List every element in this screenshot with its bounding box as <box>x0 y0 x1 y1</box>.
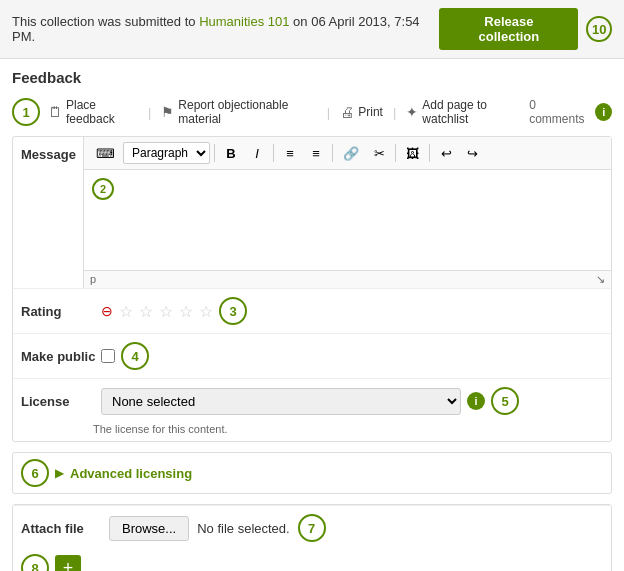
sep2: | <box>327 105 330 120</box>
undo-button[interactable]: ↩ <box>434 141 458 165</box>
sep3: | <box>393 105 396 120</box>
top-bar-right: Release collection 10 <box>439 8 612 50</box>
feedback-heading: Feedback <box>12 69 612 86</box>
action-links: 1 🗒 Place feedback | ⚑ Report objectiona… <box>12 94 529 130</box>
license-info-icon[interactable]: i <box>467 392 485 410</box>
toolbar-sep3 <box>332 144 333 162</box>
paragraph-select[interactable]: Paragraph <box>123 142 210 164</box>
step-circle-2: 2 <box>92 178 114 200</box>
chevron-right-icon: ▶ <box>55 466 64 480</box>
add-file-button[interactable]: + <box>55 555 81 571</box>
make-public-value: 4 <box>101 342 603 370</box>
toolbar-sep4 <box>395 144 396 162</box>
watchlist-label: Add page to watchlist <box>422 98 523 126</box>
browse-button[interactable]: Browse... <box>109 516 189 541</box>
sep1: | <box>148 105 151 120</box>
license-hint: The license for this content. <box>13 423 611 441</box>
report-link[interactable]: ⚑ Report objectionable material <box>155 94 323 130</box>
comments-count: 0 comments <box>529 98 589 126</box>
place-feedback-link[interactable]: 🗒 Place feedback <box>42 94 144 130</box>
resize-handle: ↘ <box>596 273 605 286</box>
course-link[interactable]: Humanities 101 <box>199 14 289 29</box>
print-icon: 🖨 <box>340 104 354 120</box>
attach-label: Attach file <box>21 521 101 536</box>
release-collection-button[interactable]: Release collection <box>439 8 578 50</box>
ul-button[interactable]: ≡ <box>278 141 302 165</box>
ol-button[interactable]: ≡ <box>304 141 328 165</box>
no-file-text: No file selected. <box>197 521 290 536</box>
star-2[interactable]: ☆ <box>139 302 153 321</box>
make-public-checkbox[interactable] <box>101 349 115 363</box>
add-btn-row: 8 + <box>13 550 611 571</box>
print-label: Print <box>358 105 383 119</box>
license-row: License None selected CC BY CC BY-SA CC … <box>13 378 611 423</box>
editor-content[interactable]: 2 <box>84 170 611 270</box>
step-circle-6: 6 <box>21 459 49 487</box>
editor-area: ⌨ Paragraph B I ≡ ≡ 🔗 ✂ 🖼 ↩ <box>83 137 611 288</box>
watchlist-link[interactable]: ✦ Add page to watchlist <box>400 94 529 130</box>
toolbar-sep2 <box>273 144 274 162</box>
step-circle-1: 1 <box>12 98 40 126</box>
make-public-row: Make public 4 <box>13 333 611 378</box>
submitted-text: This collection was submitted to <box>12 14 196 29</box>
redo-button[interactable]: ↪ <box>460 141 484 165</box>
print-link[interactable]: 🖨 Print <box>334 100 389 124</box>
main-content: Feedback 1 🗒 Place feedback | ⚑ Report o… <box>0 59 624 571</box>
attach-section: Attach file Browse... No file selected. … <box>12 504 612 571</box>
rating-label: Rating <box>21 304 101 319</box>
comments-area: 0 comments i <box>529 98 612 126</box>
unlink-button[interactable]: ✂ <box>367 141 391 165</box>
star-3[interactable]: ☆ <box>159 302 173 321</box>
editor-toolbar: ⌨ Paragraph B I ≡ ≡ 🔗 ✂ 🖼 ↩ <box>84 137 611 170</box>
message-label: Message <box>13 137 83 288</box>
star-4[interactable]: ☆ <box>179 302 193 321</box>
advanced-title: Advanced licensing <box>70 466 192 481</box>
toolbar-sep1 <box>214 144 215 162</box>
make-public-label: Make public <box>21 349 101 364</box>
step-badge-10: 10 <box>586 16 612 42</box>
license-select[interactable]: None selected CC BY CC BY-SA CC BY-ND CC… <box>101 388 461 415</box>
advanced-header[interactable]: 6 ▶ Advanced licensing <box>13 453 611 493</box>
place-feedback-action: 1 <box>12 98 40 126</box>
report-icon: ⚑ <box>161 104 174 120</box>
feedback-form: Message ⌨ Paragraph B I ≡ ≡ 🔗 ✂ <box>12 136 612 442</box>
toolbar-keyboard-icon[interactable]: ⌨ <box>90 141 121 165</box>
license-label: License <box>21 394 101 409</box>
link-button[interactable]: 🔗 <box>337 141 365 165</box>
top-bar: This collection was submitted to Humanit… <box>0 0 624 59</box>
message-row: Message ⌨ Paragraph B I ≡ ≡ 🔗 ✂ <box>13 137 611 288</box>
bold-button[interactable]: B <box>219 141 243 165</box>
rating-value: ⊖ ☆ ☆ ☆ ☆ ☆ 3 <box>101 297 603 325</box>
editor-tag: p <box>90 273 96 286</box>
step-circle-5: 5 <box>491 387 519 415</box>
advanced-section: 6 ▶ Advanced licensing <box>12 452 612 494</box>
rating-cancel-icon[interactable]: ⊖ <box>101 303 113 319</box>
info-icon[interactable]: i <box>595 103 612 121</box>
attach-row: Attach file Browse... No file selected. … <box>13 505 611 550</box>
action-bar: 1 🗒 Place feedback | ⚑ Report objectiona… <box>12 94 612 130</box>
add-row: 8 + <box>21 554 603 571</box>
license-value: None selected CC BY CC BY-SA CC BY-ND CC… <box>101 387 603 415</box>
star-5[interactable]: ☆ <box>199 302 213 321</box>
italic-button[interactable]: I <box>245 141 269 165</box>
toolbar-sep5 <box>429 144 430 162</box>
submission-info: This collection was submitted to Humanit… <box>12 14 439 44</box>
step-circle-4: 4 <box>121 342 149 370</box>
place-feedback-icon: 🗒 <box>48 104 62 120</box>
watchlist-icon: ✦ <box>406 104 418 120</box>
image-button[interactable]: 🖼 <box>400 141 425 165</box>
rating-row: Rating ⊖ ☆ ☆ ☆ ☆ ☆ 3 <box>13 288 611 333</box>
report-label: Report objectionable material <box>178 98 317 126</box>
step-circle-8: 8 <box>21 554 49 571</box>
place-feedback-label: Place feedback <box>66 98 138 126</box>
step-circle-3: 3 <box>219 297 247 325</box>
star-1[interactable]: ☆ <box>119 302 133 321</box>
step-circle-7: 7 <box>298 514 326 542</box>
editor-footer: p ↘ <box>84 270 611 288</box>
